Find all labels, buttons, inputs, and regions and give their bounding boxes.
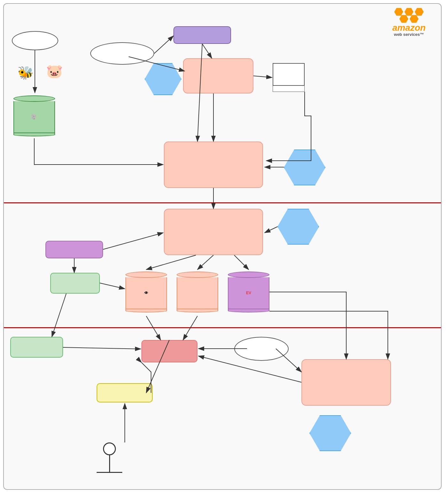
- svg-line-5: [202, 44, 212, 58]
- svg-line-3: [154, 36, 173, 53]
- models-node: [273, 63, 305, 92]
- ml-algorithm-offline-top: [145, 63, 181, 95]
- member-body-icon: [109, 455, 110, 473]
- cassandra-node: 👁: [125, 270, 167, 314]
- svg-line-12: [146, 255, 196, 270]
- svg-line-19: [63, 347, 141, 349]
- member-figure: [101, 442, 117, 490]
- ml-algorithm-online: [309, 415, 351, 451]
- svg-line-17: [52, 294, 66, 337]
- nearline-computation-node: [164, 209, 263, 255]
- separator-nearline-online: [4, 327, 441, 328]
- online-computation-node: [301, 359, 391, 406]
- main-container: amazon web services™ 🐝 🐷 🐘: [3, 3, 442, 490]
- aws-hex-icon5: [410, 15, 419, 23]
- manhattan-node: [45, 241, 103, 258]
- ui-client-node: [97, 383, 153, 402]
- event-distribution-node: [10, 337, 63, 358]
- aws-hex-icon4: [399, 15, 408, 23]
- member-arms-icon: [97, 472, 122, 473]
- svg-line-15: [103, 233, 163, 249]
- hermes-node: [173, 26, 231, 44]
- offline-computation-node: [164, 142, 263, 188]
- online-data-service-node: [234, 337, 289, 361]
- aws-hex-icon2: [404, 8, 413, 16]
- aws-amazon-text: amazon: [392, 23, 426, 32]
- user-event-queue-node: [50, 273, 100, 294]
- mysql-node: [177, 270, 218, 314]
- svg-line-18: [100, 283, 125, 289]
- ml-algorithm-offline-bottom: [284, 150, 325, 185]
- model-training-node: [183, 58, 253, 93]
- offline-data-node: [90, 42, 154, 65]
- member-leg-right-icon: [110, 490, 115, 490]
- aws-hex-icon: [394, 8, 403, 16]
- evcache-node: EV: [228, 270, 269, 314]
- query-results-node: [12, 31, 58, 50]
- svg-line-11: [265, 227, 277, 233]
- svg-line-14: [234, 255, 249, 270]
- hive-bee-icon: 🐝: [18, 65, 34, 80]
- pig-icon: 🐷: [42, 58, 67, 84]
- member-head-icon: [103, 442, 116, 455]
- svg-line-6: [253, 76, 272, 77]
- svg-line-13: [197, 255, 213, 270]
- hive-icon: 🐝: [13, 60, 38, 85]
- aws-hex-icon3: [415, 8, 424, 16]
- hadoop-node: 🐘: [13, 93, 55, 138]
- member-leg-left-icon: [104, 490, 109, 490]
- algo-service-node: [141, 340, 197, 362]
- aws-logo: amazon web services™: [383, 9, 435, 36]
- ml-algorithm-nearline: [277, 209, 319, 245]
- separator-offline-nearline: [4, 202, 441, 203]
- svg-line-24: [198, 356, 301, 382]
- aws-web-text: web services™: [394, 32, 424, 36]
